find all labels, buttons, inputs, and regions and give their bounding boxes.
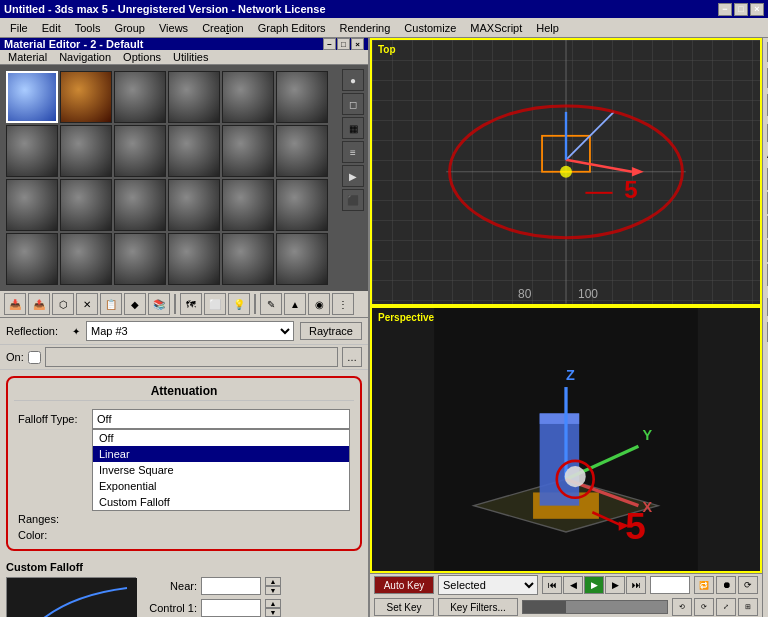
- start-button[interactable]: ⏮: [542, 576, 562, 594]
- maximize-button[interactable]: □: [734, 3, 748, 16]
- control1-spin-up[interactable]: ▲: [265, 599, 281, 608]
- tool-graph[interactable]: ⋮: [332, 293, 354, 315]
- menu-maxscript[interactable]: MAXScript: [464, 21, 528, 35]
- control1-spin-down[interactable]: ▼: [265, 608, 281, 617]
- mat-tool-3[interactable]: ▦: [342, 117, 364, 139]
- mat-menu-utilities[interactable]: Utilities: [169, 50, 212, 64]
- mat-menu-navigation[interactable]: Navigation: [55, 50, 115, 64]
- frame-input[interactable]: 0: [650, 576, 690, 594]
- mat-menu-options[interactable]: Options: [119, 50, 165, 64]
- sphere-7[interactable]: [6, 125, 58, 177]
- viewport-nav-3[interactable]: ⤢: [716, 598, 736, 616]
- sphere-13[interactable]: [6, 179, 58, 231]
- sphere-10[interactable]: [168, 125, 220, 177]
- viewport-nav-1[interactable]: ⟲: [672, 598, 692, 616]
- play-button[interactable]: ▶: [584, 576, 604, 594]
- sphere-17[interactable]: [222, 179, 274, 231]
- control1-input[interactable]: 0.667: [201, 599, 261, 617]
- sphere-3[interactable]: [114, 71, 166, 123]
- sphere-8[interactable]: [60, 125, 112, 177]
- sphere-24[interactable]: [276, 233, 328, 285]
- tool-bg[interactable]: ⬜: [204, 293, 226, 315]
- key-filters-button[interactable]: Key Filters...: [438, 598, 518, 616]
- perspective-viewport[interactable]: Z Y X 5 Perspective: [370, 306, 762, 574]
- sphere-22[interactable]: [168, 233, 220, 285]
- mat-close-button[interactable]: ×: [351, 38, 364, 50]
- menu-file[interactable]: File: [4, 21, 34, 35]
- tool-copy[interactable]: 📋: [100, 293, 122, 315]
- mat-tool-5[interactable]: ▶: [342, 165, 364, 187]
- mat-menu-material[interactable]: Material: [4, 50, 51, 64]
- tool-show-map[interactable]: 🗺: [180, 293, 202, 315]
- near-spin-up[interactable]: ▲: [265, 577, 281, 586]
- menu-help[interactable]: Help: [530, 21, 565, 35]
- next-frame-button[interactable]: ▶: [605, 576, 625, 594]
- falloff-input[interactable]: [92, 409, 350, 429]
- sphere-9[interactable]: [114, 125, 166, 177]
- tool-put-material[interactable]: 📤: [28, 293, 50, 315]
- menu-rendering[interactable]: Rendering: [334, 21, 397, 35]
- sphere-18[interactable]: [276, 179, 328, 231]
- mat-minimize-button[interactable]: −: [323, 38, 336, 50]
- viewport-nav-4[interactable]: ⊞: [738, 598, 758, 616]
- menu-group[interactable]: Group: [108, 21, 151, 35]
- raytrace-button[interactable]: Raytrace: [300, 322, 362, 340]
- falloff-exponential[interactable]: Exponential: [93, 478, 349, 494]
- mat-maximize-button[interactable]: □: [337, 38, 350, 50]
- menu-graph-editors[interactable]: Graph Editors: [252, 21, 332, 35]
- falloff-custom[interactable]: Custom Falloff: [93, 494, 349, 510]
- sphere-6[interactable]: [276, 71, 328, 123]
- auto-key-button[interactable]: Auto Key: [374, 576, 434, 594]
- menu-tools[interactable]: Tools: [69, 21, 107, 35]
- sphere-4[interactable]: [168, 71, 220, 123]
- menu-customize[interactable]: Customize: [398, 21, 462, 35]
- antialiasing-input[interactable]: Use Global Antialiasing Settings: [45, 347, 338, 367]
- top-viewport[interactable]: Top 80 1: [370, 38, 762, 306]
- map-select[interactable]: Map #3: [86, 321, 294, 341]
- record-button[interactable]: ⏺: [716, 576, 736, 594]
- sphere-23[interactable]: [222, 233, 274, 285]
- sphere-15[interactable]: [114, 179, 166, 231]
- menu-edit[interactable]: Edit: [36, 21, 67, 35]
- prev-frame-button[interactable]: ◀: [563, 576, 583, 594]
- tool-unique[interactable]: ◆: [124, 293, 146, 315]
- falloff-off[interactable]: Off: [93, 430, 349, 446]
- menu-views[interactable]: Views: [153, 21, 194, 35]
- falloff-inverse-square[interactable]: Inverse Square: [93, 462, 349, 478]
- tool-assign[interactable]: ⬡: [52, 293, 74, 315]
- tool-navigate-up[interactable]: ▲: [284, 293, 306, 315]
- sphere-5[interactable]: [222, 71, 274, 123]
- sphere-1[interactable]: [6, 71, 58, 123]
- near-input[interactable]: 1.0: [201, 577, 261, 595]
- tool-navigate[interactable]: ◉: [308, 293, 330, 315]
- sphere-14[interactable]: [60, 179, 112, 231]
- sphere-20[interactable]: [60, 233, 112, 285]
- mat-tool-2[interactable]: ◻: [342, 93, 364, 115]
- loop-button[interactable]: 🔁: [694, 576, 714, 594]
- tool-put-library[interactable]: 📚: [148, 293, 170, 315]
- sphere-21[interactable]: [114, 233, 166, 285]
- set-key-button[interactable]: Set Key: [374, 598, 434, 616]
- mat-tool-6[interactable]: ⬛: [342, 189, 364, 211]
- near-spin-down[interactable]: ▼: [265, 586, 281, 595]
- end-button[interactable]: ⏭: [626, 576, 646, 594]
- sphere-2[interactable]: [60, 71, 112, 123]
- mat-tool-4[interactable]: ≡: [342, 141, 364, 163]
- menu-creation[interactable]: Creation: [196, 21, 250, 35]
- sphere-12[interactable]: [276, 125, 328, 177]
- tool-backlight[interactable]: 💡: [228, 293, 250, 315]
- tool-reset[interactable]: ✕: [76, 293, 98, 315]
- tool-picker[interactable]: ✎: [260, 293, 282, 315]
- mat-tool-1[interactable]: ●: [342, 69, 364, 91]
- extra-btn-1[interactable]: ⟳: [738, 576, 758, 594]
- selected-select[interactable]: Selected: [438, 575, 538, 595]
- dots-button[interactable]: …: [342, 347, 362, 367]
- sphere-11[interactable]: [222, 125, 274, 177]
- on-checkbox[interactable]: [28, 351, 41, 364]
- timeline[interactable]: [522, 600, 668, 614]
- sphere-16[interactable]: [168, 179, 220, 231]
- sphere-19[interactable]: [6, 233, 58, 285]
- falloff-linear[interactable]: Linear: [93, 446, 349, 462]
- minimize-button[interactable]: −: [718, 3, 732, 16]
- tool-get-material[interactable]: 📥: [4, 293, 26, 315]
